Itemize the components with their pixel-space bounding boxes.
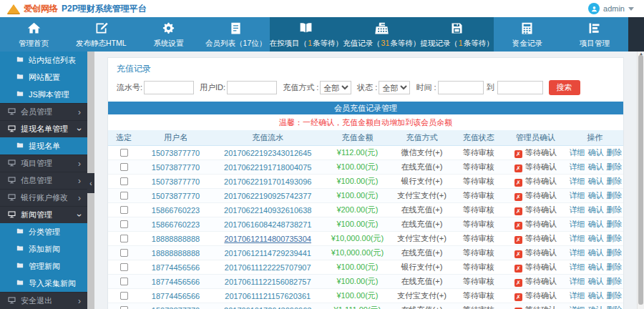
action-confirm[interactable]: 确认 xyxy=(588,291,604,300)
action-detail[interactable]: 详细 xyxy=(570,291,585,300)
action-confirm[interactable]: 确认 xyxy=(588,234,604,242)
serial-link[interactable]: 20170612114800735304 xyxy=(224,235,311,243)
action-delete[interactable]: 删除 xyxy=(607,162,623,171)
sidebar-item-bank-account-edit[interactable]: 银行账户修改› xyxy=(0,189,87,206)
user-menu[interactable]: admin xyxy=(588,0,634,17)
serial-link[interactable]: 20170622191718004075 xyxy=(224,163,311,172)
nav-item-member-list[interactable]: 会员列表（17位） xyxy=(203,17,270,52)
row-checkbox[interactable] xyxy=(120,163,128,171)
select-cell xyxy=(108,246,140,260)
action-confirm[interactable]: 确认 xyxy=(588,162,604,171)
sidebar-item-js-script-manage[interactable]: JS脚本管理 xyxy=(0,86,87,103)
serial-link[interactable]: 20170622191701493096 xyxy=(224,177,311,186)
serial-link[interactable]: 20170611122225707907 xyxy=(225,263,311,272)
action-delete[interactable]: 删除 xyxy=(607,248,623,257)
nav-item-home[interactable]: 管理首页 xyxy=(0,17,67,52)
serial-link[interactable]: 20170611121157620361 xyxy=(225,292,311,300)
action-delete[interactable]: 删除 xyxy=(607,305,623,309)
nav-item-settings[interactable]: 系统设置 xyxy=(135,17,202,52)
action-confirm[interactable]: 确认 xyxy=(588,305,604,309)
action-confirm[interactable]: 确认 xyxy=(588,177,604,185)
nav-item-invest-projects[interactable]: 在投项目（1条等待） xyxy=(270,17,343,52)
nav-item-withdraw-records[interactable]: 提现记录（1条等待） xyxy=(420,17,493,52)
recharge-method-select[interactable]: 全部 xyxy=(320,81,351,94)
serial-input[interactable] xyxy=(144,81,194,94)
action-confirm[interactable]: 确认 xyxy=(588,248,604,257)
action-detail[interactable]: 详细 xyxy=(570,248,585,257)
nav-item-recharge-records[interactable]: 充值记录（31条等待） xyxy=(343,17,420,52)
sidebar-item-info-manage[interactable]: 信息管理› xyxy=(0,172,87,189)
sidebar-item-news-add[interactable]: 添加新闻 xyxy=(0,240,87,258)
row-checkbox[interactable] xyxy=(120,292,128,300)
sidebar-collapse-handle[interactable]: ‹ xyxy=(87,173,94,193)
sidebar-item-logout[interactable]: 安全退出› xyxy=(0,292,87,309)
col-header-3: 充值金额 xyxy=(324,130,391,146)
action-detail[interactable]: 详细 xyxy=(570,177,585,185)
serial-link[interactable]: 20170611122156082757 xyxy=(225,278,311,286)
row-checkbox[interactable] xyxy=(120,306,128,309)
status-select[interactable]: 全部 xyxy=(379,81,410,94)
serial-link[interactable]: 20170622190925742377 xyxy=(224,192,311,200)
action-delete[interactable]: 删除 xyxy=(607,205,623,214)
row-checkbox[interactable] xyxy=(120,149,128,157)
nav-item-publish-html[interactable]: 发布静态HTML xyxy=(67,17,135,52)
action-delete[interactable]: 删除 xyxy=(607,191,623,200)
action-delete[interactable]: 删除 xyxy=(607,220,623,228)
row-checkbox[interactable] xyxy=(120,249,128,257)
action-confirm[interactable]: 确认 xyxy=(588,148,604,157)
sidebar-item-news-import[interactable]: 导入采集新闻 xyxy=(0,275,87,292)
action-detail[interactable]: 详细 xyxy=(570,205,585,214)
serial-link[interactable]: 20170612114729239441 xyxy=(224,249,311,258)
action-detail[interactable]: 详细 xyxy=(570,162,585,171)
row-checkbox[interactable] xyxy=(120,177,128,185)
action-delete[interactable]: 删除 xyxy=(607,277,623,285)
row-checkbox[interactable] xyxy=(120,235,128,242)
sidebar-item-site-config[interactable]: 网站配置 xyxy=(0,69,87,86)
action-delete[interactable]: 删除 xyxy=(607,263,623,271)
action-delete[interactable]: 删除 xyxy=(607,148,623,157)
row-checkbox[interactable] xyxy=(120,278,128,285)
sidebar-item-news-manage[interactable]: 新闻管理› xyxy=(0,206,87,223)
time-to-input[interactable] xyxy=(497,81,543,94)
sidebar-item-member-manage[interactable]: 会员管理› xyxy=(0,103,87,120)
serial-link[interactable]: 20170622140932610638 xyxy=(224,206,311,215)
user-id-input[interactable] xyxy=(227,81,277,94)
action-confirm[interactable]: 确认 xyxy=(588,205,604,214)
serial-link[interactable]: 20170616084248738271 xyxy=(224,220,311,229)
main-scrollbar-thumb[interactable] xyxy=(638,55,643,305)
serial-link[interactable]: 20170622192343012645 xyxy=(224,149,311,157)
action-delete[interactable]: 删除 xyxy=(607,177,623,185)
main-scrollbar[interactable]: ▲ xyxy=(637,52,644,309)
action-confirm[interactable]: 确认 xyxy=(588,263,604,271)
nav-item-fund-records[interactable]: 资金记录 xyxy=(494,17,561,52)
sidebar-item-sms-list[interactable]: 站内短信列表 xyxy=(0,52,87,69)
sidebar-item-withdraw-name[interactable]: 提现名单 xyxy=(0,137,87,154)
action-confirm[interactable]: 确认 xyxy=(588,277,604,285)
action-delete[interactable]: 删除 xyxy=(607,291,623,300)
action-detail[interactable]: 详细 xyxy=(570,263,585,271)
action-detail[interactable]: 详细 xyxy=(570,191,585,200)
action-confirm[interactable]: 确认 xyxy=(588,220,604,228)
folder-icon xyxy=(16,73,24,82)
row-checkbox[interactable] xyxy=(120,220,128,228)
sidebar-item-project-manage[interactable]: 项目管理› xyxy=(0,154,87,172)
select-cell xyxy=(108,189,140,203)
action-detail[interactable]: 详细 xyxy=(570,148,585,157)
action-confirm[interactable]: 确认 xyxy=(588,191,604,200)
action-detail[interactable]: 详细 xyxy=(570,220,585,228)
sidebar-item-news-edit[interactable]: 管理新闻 xyxy=(0,258,87,275)
nav-item-project-manage[interactable]: 项目管理 xyxy=(561,17,628,52)
serial-link[interactable]: 20170610172643090963 xyxy=(224,306,311,309)
sidebar-item-news-category[interactable]: 分类管理 xyxy=(0,223,87,240)
action-detail[interactable]: 详细 xyxy=(570,305,585,309)
row-checkbox[interactable] xyxy=(120,192,128,200)
search-button[interactable]: 搜索 xyxy=(549,80,580,95)
row-checkbox[interactable] xyxy=(120,206,128,214)
action-delete[interactable]: 删除 xyxy=(607,234,623,242)
sidebar-scrollbar[interactable]: ‹ xyxy=(87,52,94,309)
action-detail[interactable]: 详细 xyxy=(570,277,585,285)
time-from-input[interactable] xyxy=(438,81,484,94)
row-checkbox[interactable] xyxy=(120,263,128,271)
action-detail[interactable]: 详细 xyxy=(570,234,585,242)
sidebar-item-withdraw-name-manage[interactable]: 提现名单管理› xyxy=(0,120,87,137)
